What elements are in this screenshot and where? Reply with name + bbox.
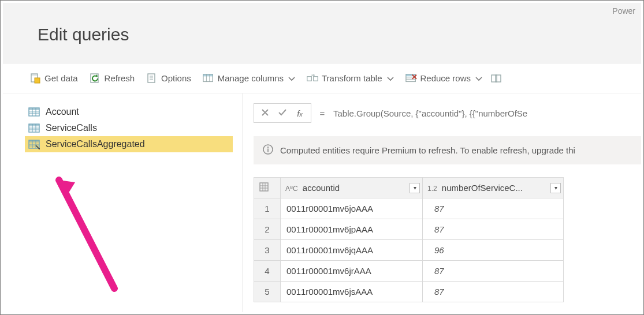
reduce-rows-icon bbox=[405, 73, 417, 84]
chevron-down-icon bbox=[387, 73, 394, 83]
page-title: Edit queries bbox=[38, 3, 641, 44]
toolbar: Get data Refresh Options Manage columns … bbox=[3, 63, 641, 93]
annotation-arrow bbox=[46, 163, 139, 301]
options-button[interactable]: Options bbox=[142, 70, 196, 87]
cell-accountid: 0011r00001mv6jpAAA bbox=[281, 219, 423, 240]
cell-value: 96 bbox=[423, 240, 564, 261]
formula-bar-controls: fx bbox=[254, 103, 311, 123]
options-icon bbox=[146, 73, 158, 84]
header: Power Edit queries bbox=[3, 3, 641, 63]
transform-icon bbox=[307, 73, 318, 84]
overflow-button[interactable] bbox=[489, 70, 503, 87]
table-row[interactable]: 5 0011r00001mv6jsAAA 87 bbox=[254, 282, 564, 302]
cell-accountid: 0011r00001mv6jsAAA bbox=[281, 282, 423, 302]
filter-dropdown-icon[interactable]: ▾ bbox=[550, 183, 561, 193]
table-corner-menu[interactable] bbox=[254, 178, 281, 198]
manage-columns-label: Manage columns bbox=[218, 73, 284, 83]
overflow-icon bbox=[490, 73, 502, 84]
table-row[interactable]: 1 0011r00001mv6joAAA 87 bbox=[254, 198, 564, 219]
formula-bar-row: fx = Table.Group(Source, {"accountid"}, … bbox=[254, 103, 641, 123]
get-data-button[interactable]: Get data bbox=[25, 70, 83, 87]
row-number: 4 bbox=[254, 261, 281, 282]
table-row[interactable]: 4 0011r00001mv6jrAAA 87 bbox=[254, 261, 564, 282]
svg-rect-9 bbox=[203, 74, 213, 76]
svg-rect-45 bbox=[267, 149, 269, 152]
transform-table-button[interactable]: Transform table bbox=[302, 70, 398, 87]
premium-notice: Computed entities require Premium to ref… bbox=[254, 136, 641, 164]
column-header-numberofservicec[interactable]: 1.2 numberOfServiceC... ▾ bbox=[423, 178, 564, 198]
query-label: Account bbox=[46, 107, 79, 117]
formula-text[interactable]: Table.Group(Source, {"accountid"}, {{"nu… bbox=[333, 108, 641, 118]
formula-eq: = bbox=[319, 108, 325, 118]
refresh-label: Refresh bbox=[105, 73, 135, 83]
query-item-servicecalls[interactable]: ServiceCalls bbox=[25, 120, 233, 136]
computed-table-icon bbox=[28, 139, 40, 149]
reduce-rows-button[interactable]: Reduce rows bbox=[401, 70, 487, 87]
query-item-servicecallsaggregated[interactable]: ServiceCallsAggregated bbox=[25, 136, 233, 152]
notice-text: Computed entities require Premium to ref… bbox=[280, 145, 575, 155]
chevron-down-icon bbox=[475, 73, 482, 83]
row-number: 2 bbox=[254, 219, 281, 240]
data-table: AᴮC accountid ▾ 1.2 numberOfServiceC... … bbox=[254, 177, 564, 302]
svg-marker-42 bbox=[59, 180, 75, 197]
row-number: 1 bbox=[254, 198, 281, 219]
svg-rect-35 bbox=[29, 140, 39, 142]
table-icon bbox=[28, 107, 40, 117]
type-indicator-text: AᴮC bbox=[285, 185, 298, 193]
get-data-label: Get data bbox=[44, 73, 78, 83]
queries-sidebar: Account ServiceCalls ServiceCallsAggrega… bbox=[3, 93, 243, 312]
manage-columns-button[interactable]: Manage columns bbox=[198, 70, 300, 87]
info-icon bbox=[263, 144, 273, 156]
commit-formula-icon[interactable] bbox=[277, 108, 288, 118]
query-item-account[interactable]: Account bbox=[25, 104, 233, 120]
filter-dropdown-icon[interactable]: ▾ bbox=[410, 183, 420, 193]
transform-table-label: Transform table bbox=[322, 73, 382, 83]
main-panel: fx = Table.Group(Source, {"accountid"}, … bbox=[243, 93, 641, 312]
content-area: Account ServiceCalls ServiceCallsAggrega… bbox=[3, 93, 641, 312]
brand-label: Power bbox=[612, 6, 635, 16]
column-header-label: accountid bbox=[303, 183, 340, 193]
svg-point-44 bbox=[267, 147, 269, 148]
cell-accountid: 0011r00001mv6joAAA bbox=[281, 198, 423, 219]
reduce-rows-label: Reduce rows bbox=[420, 73, 471, 83]
get-data-icon bbox=[29, 73, 41, 84]
svg-rect-1 bbox=[31, 74, 38, 76]
column-header-label: numberOfServiceC... bbox=[442, 183, 523, 193]
refresh-icon bbox=[90, 73, 101, 84]
cell-value: 87 bbox=[423, 198, 564, 219]
cancel-formula-icon[interactable] bbox=[260, 108, 270, 118]
svg-line-41 bbox=[59, 180, 114, 288]
query-label: ServiceCallsAggregated bbox=[46, 139, 145, 149]
cell-accountid: 0011r00001mv6jqAAA bbox=[281, 240, 423, 261]
svg-rect-12 bbox=[307, 76, 312, 81]
table-columns-icon bbox=[203, 73, 214, 84]
row-number: 5 bbox=[254, 282, 281, 302]
table-icon bbox=[28, 123, 40, 133]
table-row[interactable]: 2 0011r00001mv6jpAAA 87 bbox=[254, 219, 564, 240]
cell-value: 87 bbox=[423, 282, 564, 302]
table-row[interactable]: 3 0011r00001mv6jqAAA 96 bbox=[254, 240, 564, 261]
column-header-accountid[interactable]: AᴮC accountid ▾ bbox=[281, 178, 423, 198]
query-label: ServiceCalls bbox=[46, 123, 97, 133]
cell-value: 87 bbox=[423, 219, 564, 240]
row-number: 3 bbox=[254, 240, 281, 261]
svg-rect-29 bbox=[29, 124, 39, 126]
svg-rect-23 bbox=[29, 108, 39, 110]
fx-icon[interactable]: fx bbox=[295, 108, 305, 118]
svg-rect-46 bbox=[260, 183, 268, 191]
cell-accountid: 0011r00001mv6jrAAA bbox=[281, 261, 423, 282]
options-label: Options bbox=[161, 73, 191, 83]
cell-value: 87 bbox=[423, 261, 564, 282]
chevron-down-icon bbox=[288, 73, 295, 83]
type-indicator-number: 1.2 bbox=[427, 185, 437, 193]
svg-rect-2 bbox=[35, 78, 40, 83]
refresh-button[interactable]: Refresh bbox=[85, 70, 140, 87]
svg-rect-13 bbox=[314, 76, 318, 81]
